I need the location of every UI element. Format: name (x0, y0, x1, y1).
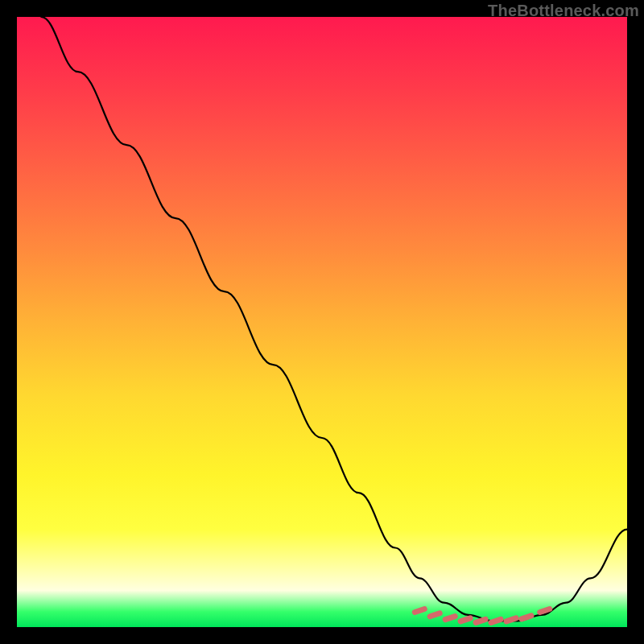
highlight-dot (445, 617, 455, 620)
highlight-dot (460, 618, 470, 621)
bottleneck-curve (41, 17, 627, 621)
highlight-dot (415, 609, 424, 613)
highlight-dot (506, 618, 516, 621)
highlight-dot (491, 619, 501, 622)
chart-plot-area (17, 17, 627, 627)
highlight-dot (476, 619, 485, 622)
highlight-dot (522, 616, 531, 619)
highlight-dot (430, 613, 440, 617)
chart-overlay (17, 17, 627, 627)
highlight-dot (540, 609, 550, 613)
highlight-markers (415, 609, 549, 623)
watermark-text: TheBottleneck.com (488, 2, 639, 20)
